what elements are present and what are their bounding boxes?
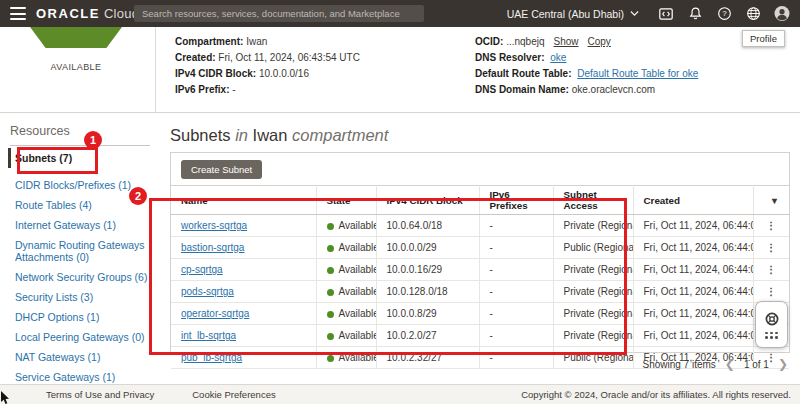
detail-divider bbox=[155, 27, 156, 112]
vcn-detail-header: AVAILABLE Compartment: IwanCreated: Fri,… bbox=[0, 27, 800, 113]
status-badge: AVAILABLE bbox=[18, 62, 134, 72]
pagination-next-icon[interactable]: ❯ bbox=[778, 357, 788, 371]
detail-column-left: Compartment: IwanCreated: Fri, Oct 11, 2… bbox=[175, 34, 360, 98]
sidebar-item-service-gateways-1[interactable]: Service Gateways (1) bbox=[10, 367, 162, 385]
create-subnet-button[interactable]: Create Subnet bbox=[181, 160, 262, 179]
sidebar-item-dhcp-options-1[interactable]: DHCP Options (1) bbox=[10, 307, 162, 327]
detail-field-dns-domain-name: DNS Domain Name: oke.oraclevcn.com bbox=[475, 82, 698, 98]
cell-created: Fri, Oct 11, 2024, 06:44:01 UTC bbox=[633, 215, 753, 237]
lifebuoy-icon bbox=[764, 311, 780, 327]
annotation-circle-2: 2 bbox=[129, 187, 147, 205]
detail-value: oke.oraclevcn.com bbox=[572, 84, 655, 95]
detail-label: OCID: bbox=[475, 36, 503, 47]
detail-label: DNS Resolver: bbox=[475, 52, 544, 63]
copyright-text: Copyright © 2024, Oracle and/or its affi… bbox=[521, 389, 791, 400]
footer: Terms of Use and Privacy Cookie Preferen… bbox=[0, 384, 800, 404]
title-compartment-name: Iwan bbox=[253, 126, 288, 144]
detail-column-right: OCID: ...nqbejqShowCopyDNS Resolver: oke… bbox=[475, 34, 698, 98]
pagination-summary: Showing 7 items bbox=[642, 359, 715, 370]
sidebar-list: Subnets (7)CIDR Blocks/Prefixes (1)Route… bbox=[0, 148, 162, 385]
title-compartment: compartment bbox=[292, 126, 388, 144]
detail-label: IPv6 Prefix: bbox=[175, 84, 229, 95]
pagination-page-label: 1 of 1 bbox=[744, 359, 769, 370]
vcn-status-hexagon-icon bbox=[30, 27, 122, 48]
sort-descending-icon[interactable]: ▾ bbox=[753, 186, 789, 215]
cell-created: Fri, Oct 11, 2024, 06:44:01 UTC bbox=[633, 237, 753, 259]
dots-grid-icon bbox=[765, 332, 778, 339]
profile-avatar-icon[interactable] bbox=[774, 6, 790, 22]
row-actions-menu-icon[interactable]: ⋮ bbox=[753, 281, 789, 303]
support-widget[interactable] bbox=[755, 301, 788, 348]
detail-value: Iwan bbox=[246, 36, 267, 47]
cell-created: Fri, Oct 11, 2024, 06:44:01 UTC bbox=[633, 303, 753, 325]
sidebar-item-local-peering-gateways-0[interactable]: Local Peering Gateways (0) bbox=[10, 327, 162, 347]
annotation-circle-1: 1 bbox=[84, 131, 102, 149]
resources-divider bbox=[10, 145, 150, 146]
cell-created: Fri, Oct 11, 2024, 06:44:01 UTC bbox=[633, 259, 753, 281]
cell-created: Fri, Oct 11, 2024, 06:44:01 UTC bbox=[633, 281, 753, 303]
detail-value: - bbox=[232, 84, 235, 95]
sidebar-item-nat-gateways-1[interactable]: NAT Gateways (1) bbox=[10, 347, 162, 367]
region-selector[interactable]: UAE Central (Abu Dhabi) bbox=[507, 8, 639, 20]
title-in: in bbox=[235, 126, 248, 144]
help-icon[interactable]: ? bbox=[716, 6, 732, 22]
terms-link[interactable]: Terms of Use and Privacy bbox=[46, 389, 154, 400]
oracle-cloud-console: ORACLECloud UAE Central (Abu Dhabi) ? bbox=[0, 0, 800, 404]
global-search-input[interactable] bbox=[134, 5, 424, 22]
notifications-bell-icon[interactable] bbox=[687, 6, 703, 22]
available-status-dot-icon bbox=[327, 355, 334, 362]
sidebar-item-security-lists-3[interactable]: Security Lists (3) bbox=[10, 287, 162, 307]
detail-field-ipv6-prefix: IPv6 Prefix: - bbox=[175, 82, 360, 98]
detail-field-compartment: Compartment: Iwan bbox=[175, 34, 360, 50]
detail-value: ...nqbejq bbox=[506, 36, 544, 47]
developer-tools-icon[interactable] bbox=[658, 6, 674, 22]
cookie-preferences-link[interactable]: Cookie Preferences bbox=[192, 389, 275, 400]
detail-field-ocid: OCID: ...nqbejqShowCopy bbox=[475, 34, 698, 50]
page-title: Subnets in Iwan compartment bbox=[170, 126, 388, 145]
topbar-right-cluster: UAE Central (Abu Dhabi) ? bbox=[507, 0, 790, 27]
region-label: UAE Central (Abu Dhabi) bbox=[507, 8, 624, 20]
title-subnets: Subnets bbox=[170, 126, 231, 144]
profile-tooltip: Profile bbox=[742, 30, 785, 47]
detail-field-dns-resolver: DNS Resolver: oke bbox=[475, 50, 698, 66]
row-actions-menu-icon[interactable]: ⋮ bbox=[753, 259, 789, 281]
pagination-prev-icon[interactable]: ❮ bbox=[725, 357, 735, 371]
detail-value: 10.0.0.0/16 bbox=[259, 68, 309, 79]
detail-link-oke[interactable]: oke bbox=[550, 52, 566, 63]
detail-field-created: Created: Fri, Oct 11, 2024, 06:43:54 UTC bbox=[175, 50, 360, 66]
detail-label: Compartment: bbox=[175, 36, 243, 47]
copy-link[interactable]: Copy bbox=[588, 36, 611, 47]
top-navigation-bar: ORACLECloud UAE Central (Abu Dhabi) ? bbox=[0, 0, 800, 27]
pagination: Showing 7 items ❮ 1 of 1 ❯ bbox=[642, 357, 788, 371]
row-actions-menu-icon[interactable]: ⋮ bbox=[753, 215, 789, 237]
row-actions-menu-icon[interactable]: ⋮ bbox=[753, 237, 789, 259]
sidebar-item-network-security-groups-6[interactable]: Network Security Groups (6) bbox=[10, 267, 162, 287]
svg-text:?: ? bbox=[722, 9, 727, 18]
mouse-cursor bbox=[1, 391, 11, 404]
detail-label: DNS Domain Name: bbox=[475, 84, 569, 95]
chevron-down-icon bbox=[630, 10, 639, 17]
logo-oracle-text: ORACLE bbox=[36, 6, 100, 21]
sidebar-item-internet-gateways-1[interactable]: Internet Gateways (1) bbox=[10, 215, 162, 235]
oracle-cloud-logo[interactable]: ORACLECloud bbox=[36, 6, 139, 21]
detail-label: Created: bbox=[175, 52, 216, 63]
detail-value: Fri, Oct 11, 2024, 06:43:54 UTC bbox=[218, 52, 360, 63]
cell-created: Fri, Oct 11, 2024, 06:44:00 UTC bbox=[633, 325, 753, 347]
detail-field-default-route-table: Default Route Table: Default Route Table… bbox=[475, 66, 698, 82]
detail-field-ipv4-cidr-block: IPv4 CIDR Block: 10.0.0.0/16 bbox=[175, 66, 360, 82]
detail-link-default-route-table-for-oke[interactable]: Default Route Table for oke bbox=[577, 68, 698, 79]
detail-label: IPv4 CIDR Block: bbox=[175, 68, 256, 79]
hamburger-menu-icon[interactable] bbox=[10, 7, 26, 20]
show-link[interactable]: Show bbox=[554, 36, 579, 47]
annotation-box-2 bbox=[149, 198, 627, 355]
column-header-created[interactable]: Created bbox=[633, 186, 753, 215]
language-globe-icon[interactable] bbox=[745, 6, 761, 22]
sidebar-item-dynamic-routing-gateways-attachments-0[interactable]: Dynamic Routing Gateways Attachments (0) bbox=[10, 235, 162, 267]
detail-label: Default Route Table: bbox=[475, 68, 571, 79]
annotation-box-1 bbox=[17, 147, 98, 174]
